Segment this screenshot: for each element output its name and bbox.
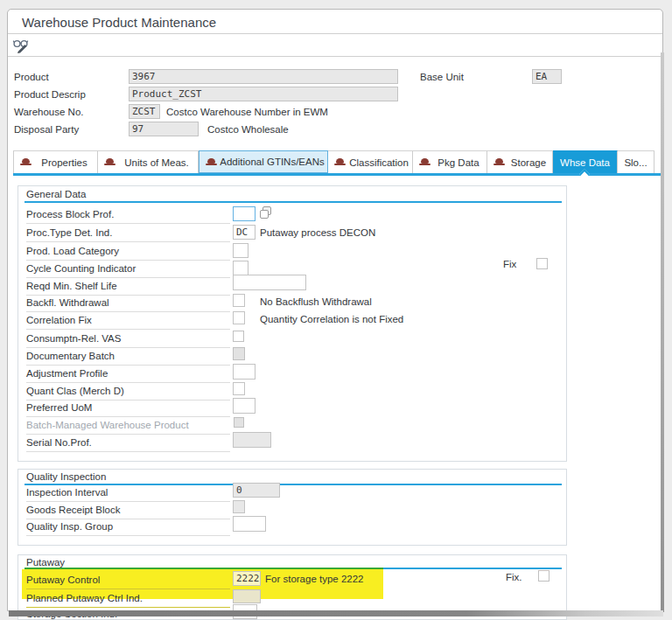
quant-clas-merch-d-field[interactable] <box>233 382 245 395</box>
product-label: Product <box>14 72 49 82</box>
putaway-control-field[interactable]: 2222 <box>233 571 261 586</box>
documentary-batch-label: Documentary Batch <box>26 350 230 366</box>
warehouse-no-description: Costco Warehouse Number in EWM <box>166 107 328 117</box>
tab-status-icon <box>334 158 346 166</box>
putaway-underline-highlighted-segment <box>24 568 383 569</box>
tab-additional-gtins-eans-label: Additional GTINs/EANs <box>220 157 325 167</box>
serial-no-prof-field <box>233 432 271 448</box>
product-descrip-field[interactable]: Product_ZCST <box>129 87 398 101</box>
glasses-pencil-icon <box>12 38 32 53</box>
tab-properties[interactable]: Properties <box>13 150 98 173</box>
batch-managed-warehouse-product-label: Batch-Managed Warehouse Product <box>26 419 230 435</box>
cycle-counting-indicator-label: Cycle Counting Indicator <box>26 262 230 278</box>
putaway-underline <box>383 568 562 569</box>
tab-classification-label: Classification <box>349 157 409 168</box>
title-divider <box>8 33 662 34</box>
consumptn-rel-vas-label: Consumptn-Rel. VAS <box>26 332 230 348</box>
cycle-counting-indicator-field[interactable] <box>233 261 248 275</box>
preferred-uom-label: Preferred UoM <box>26 401 230 417</box>
documentary-batch-checkbox <box>233 347 245 360</box>
backfl-withdrawal-label: Backfl. Withdrawal <box>26 296 230 312</box>
putaway-fix-label: Fix. <box>506 572 522 582</box>
disposal-party-description: Costco Wholesale <box>207 124 289 135</box>
tab-units-of-meas-label: Units of Meas. <box>124 157 189 168</box>
batch-managed-checkbox <box>234 417 244 428</box>
page-title: Warehouse Product Maintenance <box>22 15 216 30</box>
reqd-min-shelf-life-label: Reqd Min. Shelf Life <box>26 280 230 296</box>
quality-insp-group-label: Quality Insp. Group <box>26 520 230 536</box>
cycle-counting-fix-checkbox[interactable] <box>536 258 548 269</box>
product-field[interactable]: 3967 <box>129 69 398 84</box>
tab-storage[interactable]: Storage <box>487 150 553 173</box>
prod-load-category-label: Prod. Load Category <box>26 245 230 261</box>
disposal-party-field[interactable]: 97 <box>129 122 199 136</box>
tab-storage-label: Storage <box>511 157 546 168</box>
tab-whse-data-label: Whse Data <box>560 157 610 168</box>
product-descrip-label: Product Descrip <box>14 89 86 100</box>
proc-type-det-ind-label: Proc.Type Det. Ind. <box>26 226 230 242</box>
toolbar-divider <box>8 56 662 57</box>
process-block-prof-field[interactable] <box>233 206 256 221</box>
process-block-prof-label: Process Block Prof. <box>26 208 230 224</box>
quality-inspection-section-title: Quality Inspection <box>26 471 106 482</box>
backfl-withdrawal-field[interactable] <box>233 294 245 307</box>
planned-putaway-ctrl-ind-label: Planned Putaway Ctrl Ind. <box>26 592 230 608</box>
correlation-fix-description: Quantity Correlation is not Fixed <box>260 314 403 324</box>
general-data-section-title: General Data <box>26 189 86 199</box>
tabstrip-underline <box>13 173 661 176</box>
putaway-section-title: Putaway <box>26 557 65 568</box>
window-bottom-edge <box>9 610 663 617</box>
cycle-counting-fix-label: Fix <box>503 259 516 269</box>
base-unit-field[interactable]: EA <box>532 69 562 84</box>
warehouse-product-maintenance-window: Warehouse Product Maintenance Product 39… <box>0 0 672 620</box>
inspection-interval-field: 0 <box>233 483 280 498</box>
proc-type-det-ind-description: Putaway process DECON <box>260 227 375 238</box>
tab-status-icon <box>206 158 217 166</box>
tab-pkg-data-label: Pkg Data <box>438 157 479 168</box>
quality-inspection-underline <box>24 484 562 485</box>
tab-pkg-data[interactable]: Pkg Data <box>413 150 487 173</box>
reqd-min-shelf-life-field[interactable] <box>233 275 306 290</box>
tab-status-icon <box>419 158 430 166</box>
adjustment-profile-field[interactable] <box>233 364 256 380</box>
display-change-toggle-button[interactable] <box>12 38 32 53</box>
tab-additional-gtins-eans[interactable]: Additional GTINs/EANs <box>199 150 328 173</box>
tab-slotting-label: Slo... <box>624 157 647 168</box>
warehouse-no-label: Warehouse No. <box>14 107 83 117</box>
tab-classification[interactable]: Classification <box>328 150 413 173</box>
multiple-values-copy-icon[interactable] <box>260 206 271 219</box>
correlation-fix-field[interactable] <box>233 311 245 324</box>
preferred-uom-field[interactable] <box>233 398 256 414</box>
goods-receipt-block-label: Goods Receipt Block <box>26 504 230 519</box>
correlation-fix-label: Correlation Fix <box>26 314 230 330</box>
goods-receipt-block-field <box>233 500 245 513</box>
warehouse-no-field[interactable]: ZCST <box>129 104 160 119</box>
quant-clas-merch-d-label: Quant Clas (Merch D) <box>26 385 230 401</box>
prod-load-category-field[interactable] <box>233 243 248 258</box>
tab-properties-label: Properties <box>41 157 87 168</box>
tab-units-of-meas[interactable]: Units of Meas. <box>98 150 199 173</box>
adjustment-profile-label: Adjustment Profile <box>26 367 230 383</box>
disposal-party-label: Disposal Party <box>14 124 79 135</box>
consumptn-rel-vas-checkbox[interactable] <box>233 331 244 342</box>
proc-type-det-ind-field[interactable]: DC <box>233 225 256 240</box>
inspection-interval-label: Inspection Interval <box>26 486 230 502</box>
tab-slotting[interactable]: Slo... <box>618 150 654 173</box>
tab-status-icon <box>494 158 505 166</box>
serial-no-prof-label: Serial No.Prof. <box>26 436 230 452</box>
general-data-underline <box>24 201 562 203</box>
base-unit-label: Base Unit <box>420 72 464 82</box>
putaway-control-description: For storage type 2222 <box>265 574 364 584</box>
window-right-edge <box>661 52 664 612</box>
putaway-fix-checkbox[interactable] <box>538 570 550 582</box>
quality-insp-group-field[interactable] <box>233 516 266 532</box>
planned-putaway-ctrl-ind-field <box>233 589 261 603</box>
putaway-control-label: Putaway Control <box>26 574 230 589</box>
tab-status-icon <box>104 158 116 166</box>
tab-status-icon <box>20 158 32 166</box>
backfl-withdrawal-description: No Backflush Withdrawal <box>260 296 372 307</box>
